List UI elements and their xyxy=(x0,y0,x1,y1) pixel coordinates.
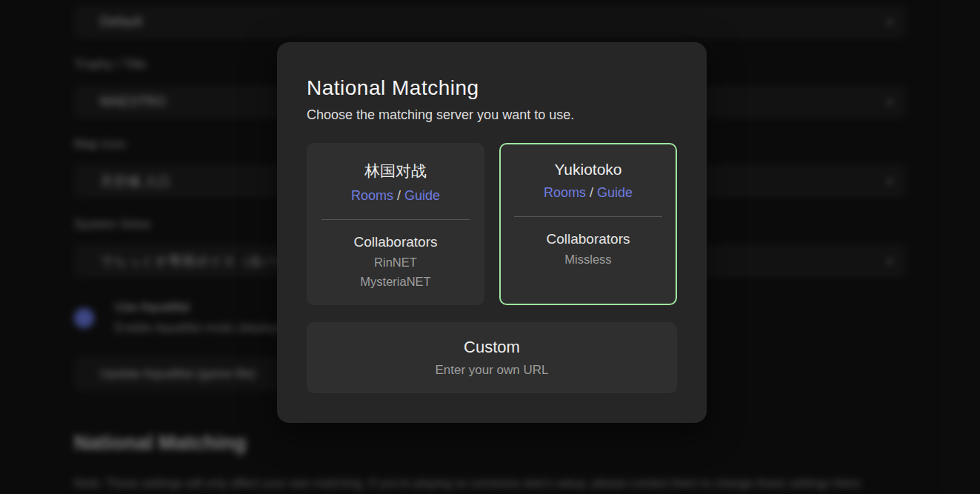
rooms-link[interactable]: Rooms xyxy=(351,188,393,203)
server-links: Rooms / Guide xyxy=(501,185,676,201)
server-name: 林国对战 xyxy=(308,161,483,181)
collaborator-name: RinNET xyxy=(308,256,483,270)
collaborators-heading: Collaborators xyxy=(501,231,676,247)
guide-link[interactable]: Guide xyxy=(404,188,440,203)
server-card-custom[interactable]: Custom Enter your own URL xyxy=(307,322,677,393)
guide-link[interactable]: Guide xyxy=(597,185,633,200)
card-divider xyxy=(321,219,470,220)
rooms-link[interactable]: Rooms xyxy=(544,185,586,200)
server-links: Rooms / Guide xyxy=(308,188,483,204)
server-name: Yukiotoko xyxy=(501,161,676,178)
server-card-linguo[interactable]: 林国对战 Rooms / Guide Collaborators RinNET … xyxy=(307,143,484,305)
server-options: 林国对战 Rooms / Guide Collaborators RinNET … xyxy=(307,143,677,305)
card-divider xyxy=(514,216,662,217)
national-matching-dialog: National Matching Choose the matching se… xyxy=(277,42,707,423)
link-separator: / xyxy=(590,185,593,200)
dialog-subtitle: Choose the matching server you want to u… xyxy=(307,107,677,123)
dialog-title: National Matching xyxy=(307,76,677,100)
collaborators-heading: Collaborators xyxy=(308,234,483,250)
custom-card-subtitle: Enter your own URL xyxy=(435,363,548,378)
link-separator: / xyxy=(397,188,401,203)
collaborator-name: MysteriaNET xyxy=(308,275,483,289)
server-card-yukiotoko[interactable]: Yukiotoko Rooms / Guide Collaborators Mi… xyxy=(499,143,677,305)
custom-card-title: Custom xyxy=(464,338,520,357)
collaborator-name: Missless xyxy=(501,253,676,267)
